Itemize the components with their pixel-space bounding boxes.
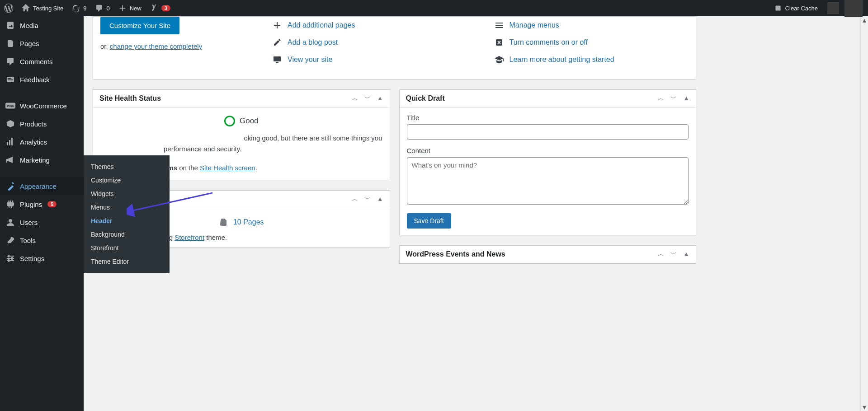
sidebar-item-woocommerce[interactable]: Woo WooCommerce (0, 97, 84, 115)
draft-title-input[interactable] (407, 124, 689, 140)
toggle-icon[interactable]: ▲ (683, 250, 689, 258)
sidebar-item-tools[interactable]: Tools (0, 231, 84, 249)
box-actions: ︿ ﹀ ▲ (352, 195, 383, 203)
comments-icon (5, 56, 15, 66)
theme-link[interactable]: Storefront (175, 234, 204, 241)
plugins-badge: 5 (47, 201, 57, 207)
dismiss-icon (494, 37, 504, 47)
woocommerce-icon: Woo (5, 101, 15, 111)
save-draft-button[interactable]: Save Draft (407, 213, 451, 229)
customize-site-button[interactable]: Customize Your Site (100, 17, 179, 34)
welcome-col-customize: Customize Your Site or, change your them… (100, 17, 245, 68)
submenu-storefront[interactable]: Storefront (84, 241, 170, 255)
box-actions: ︿ ﹀ ▲ (658, 250, 689, 258)
submenu-menus[interactable]: Menus (84, 201, 170, 214)
pages-icon (5, 38, 15, 48)
add-pages-link[interactable]: Add additional pages (288, 21, 355, 29)
sidebar-item-plugins[interactable]: Plugins 5 (0, 195, 84, 213)
view-site-link[interactable]: View your site (288, 56, 332, 64)
move-down-icon[interactable]: ﹀ (670, 94, 677, 103)
sidebar-label: Pages (20, 40, 39, 47)
sidebar-item-users[interactable]: Users (0, 213, 84, 231)
learn-more-link[interactable]: Learn more about getting started (509, 56, 614, 64)
appearance-icon (5, 181, 15, 191)
submenu-background[interactable]: Background (84, 228, 170, 241)
plus-icon (272, 20, 282, 30)
updates-link[interactable]: 9 (67, 0, 90, 16)
submenu-widgets[interactable]: Widgets (84, 187, 170, 201)
toggle-icon[interactable]: ▲ (683, 94, 689, 103)
toggle-icon[interactable]: ▲ (377, 94, 383, 103)
site-name-link[interactable]: Testing Site (17, 0, 67, 16)
comments-count: 0 (106, 5, 109, 12)
learn-icon (494, 55, 504, 65)
svg-rect-2 (8, 78, 11, 79)
move-up-icon[interactable]: ︿ (352, 94, 358, 103)
welcome-col-more: Manage menus Turn comments on or off Lea… (494, 17, 689, 68)
svg-rect-6 (7, 142, 8, 145)
manage-menus-link[interactable]: Manage menus (509, 21, 559, 29)
sidebar-item-media[interactable]: Media (0, 16, 84, 34)
box-actions: ︿ ﹀ ▲ (352, 94, 383, 103)
move-down-icon[interactable]: ﹀ (364, 94, 371, 103)
admin-bar-left: Testing Site 9 0 New 3 (0, 0, 175, 16)
sidebar-item-settings[interactable]: Settings (0, 249, 84, 267)
health-status-row: Good (100, 114, 382, 133)
sidebar-label: Settings (20, 255, 44, 262)
analytics-icon (5, 137, 15, 147)
svg-point-9 (9, 219, 12, 223)
update-icon (71, 4, 80, 13)
draft-content-label: Content (407, 147, 689, 154)
wp-logo[interactable] (0, 0, 17, 16)
comments-link[interactable]: 0 (90, 0, 113, 16)
sidebar-item-products[interactable]: Products (0, 115, 84, 133)
draft-content-textarea[interactable] (407, 157, 689, 205)
sidebar-label: Appearance (20, 182, 57, 190)
submenu-customize[interactable]: Customize (84, 173, 170, 187)
move-up-icon[interactable]: ︿ (658, 94, 664, 103)
events-title: WordPress Events and News (406, 250, 505, 258)
sidebar-label: Marketing (20, 156, 50, 164)
svg-rect-8 (11, 138, 13, 145)
sidebar-label: WooCommerce (20, 102, 67, 110)
yoast-link[interactable]: 3 (146, 0, 175, 16)
settings-icon (5, 253, 15, 263)
move-up-icon[interactable]: ︿ (352, 195, 358, 203)
sidebar-label: Media (20, 22, 38, 29)
theme-end: theme. (204, 234, 227, 241)
feedback-icon (5, 75, 15, 84)
svg-text:Woo: Woo (7, 104, 14, 108)
comments-toggle-link[interactable]: Turn comments on or off (509, 38, 588, 47)
move-down-icon[interactable]: ﹀ (364, 195, 371, 203)
sidebar-item-feedback[interactable]: Feedback (0, 70, 84, 89)
new-content-link[interactable]: New (114, 0, 146, 16)
sidebar-item-pages[interactable]: Pages (0, 34, 84, 52)
sidebar-item-appearance[interactable]: Appearance (0, 177, 84, 195)
updates-count: 9 (83, 5, 86, 12)
submenu-header[interactable]: Header (84, 214, 170, 228)
move-down-icon[interactable]: ﹀ (670, 250, 677, 258)
admin-bar: Testing Site 9 0 New 3 (0, 0, 705, 16)
health-line2c: . (255, 164, 257, 172)
site-health-screen-link[interactable]: Site Health screen (200, 164, 255, 172)
theme-line: ing Storefront theme. (164, 230, 382, 241)
new-label: New (130, 5, 142, 12)
submenu-themes[interactable]: Themes (84, 160, 170, 173)
pages-count-link[interactable]: 10 Pages (233, 218, 264, 226)
move-up-icon[interactable]: ︿ (658, 250, 664, 258)
sidebar-label: Feedback (20, 76, 50, 84)
yoast-icon (150, 4, 159, 13)
sidebar-item-comments[interactable]: Comments (0, 52, 84, 70)
toggle-icon[interactable]: ▲ (377, 195, 383, 203)
add-blog-link[interactable]: Add a blog post (288, 38, 338, 47)
change-theme-link[interactable]: change your theme completely (110, 42, 202, 50)
health-line1b: performance and security. (164, 145, 241, 153)
plugins-icon (5, 199, 15, 209)
sidebar-item-marketing[interactable]: Marketing (0, 151, 84, 169)
svg-rect-3 (8, 79, 13, 80)
welcome-comments-toggle: Turn comments on or off (494, 34, 689, 51)
sidebar-label: Tools (20, 237, 36, 244)
desktop-icon (272, 55, 282, 65)
submenu-theme-editor[interactable]: Theme Editor (84, 255, 170, 268)
sidebar-item-analytics[interactable]: Analytics (0, 133, 84, 151)
